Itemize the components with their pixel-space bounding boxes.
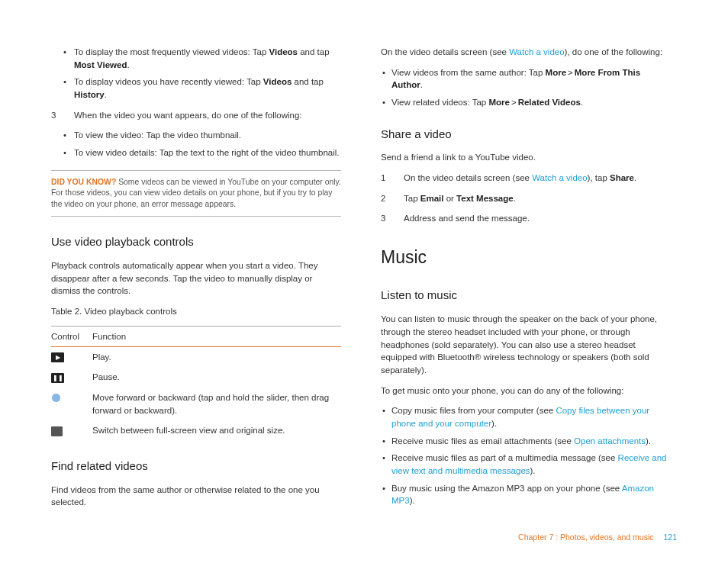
- bold-text: More: [546, 68, 566, 77]
- music-bullet-list: Copy music files from your computer (see…: [381, 404, 671, 507]
- share-step-3: 3 Address and send the message.: [381, 212, 671, 225]
- step-body: Tap Email or Text Message.: [404, 192, 671, 205]
- text: ), tap: [588, 173, 610, 182]
- share-step-1: 1 On the video details screen (see Watch…: [381, 172, 671, 185]
- step-body: Address and send the message.: [404, 212, 671, 225]
- play-icon: ▶: [51, 352, 64, 362]
- bold-text: Text Message: [456, 194, 514, 203]
- paragraph: Playback controls automatically appear w…: [51, 259, 341, 298]
- table-row: ▶ Play.: [51, 346, 341, 367]
- list-item: View videos from the same author: Tap Mo…: [391, 66, 671, 92]
- col-header-function: Function: [92, 326, 341, 346]
- paragraph: To get music onto your phone, you can do…: [381, 384, 671, 397]
- heading-share-video: Share a video: [381, 126, 671, 143]
- text: .: [420, 80, 423, 89]
- cell: Move forward or backward (tap and hold t…: [92, 388, 341, 420]
- step-number: 3: [51, 109, 59, 122]
- paragraph: On the video details screen (see Watch a…: [381, 46, 671, 59]
- paragraph: You can listen to music through the spea…: [381, 313, 671, 376]
- text: >: [511, 98, 517, 107]
- list-item: Buy music using the Amazon MP3 app on yo…: [391, 482, 671, 507]
- link-watch-video[interactable]: Watch a video: [532, 173, 587, 182]
- heading-playback-controls: Use video playback controls: [51, 233, 341, 250]
- bold-text: Email: [420, 194, 444, 203]
- bold-text: Videos: [269, 47, 298, 56]
- right-column: On the video details screen (see Watch a…: [381, 46, 671, 516]
- bold-text: Share: [610, 173, 634, 182]
- bold-text: Videos: [263, 77, 292, 86]
- page-body: To display the most frequently viewed vi…: [0, 0, 728, 516]
- list-item: Receive music files as part of a multime…: [391, 452, 671, 477]
- step-number: 2: [381, 192, 388, 205]
- text: Tap: [404, 194, 420, 203]
- text: or: [443, 194, 456, 203]
- bold-text: History: [74, 90, 105, 99]
- chapter-label: Chapter 7 : Photos, videos, and music: [518, 532, 653, 542]
- bold-text: More: [488, 98, 509, 107]
- table-row: Move forward or backward (tap and hold t…: [51, 388, 341, 420]
- did-you-know-callout: DID YOU KNOW? Some videos can be viewed …: [51, 170, 341, 217]
- text: View videos from the same author: Tap: [391, 68, 546, 77]
- text: .: [127, 60, 129, 69]
- text: ).: [530, 466, 536, 475]
- text: Receive music files as part of a multime…: [391, 453, 618, 462]
- text: .: [634, 173, 636, 182]
- step-3: 3 When the video you want appears, do on…: [51, 109, 341, 122]
- callout-lead: DID YOU KNOW?: [51, 178, 116, 186]
- text: ).: [646, 436, 651, 446]
- text: On the video details screen (see: [404, 173, 532, 182]
- list-item: Copy music files from your computer (see…: [391, 404, 671, 429]
- step3-sublist: To view the video: Tap the video thumbna…: [51, 129, 341, 159]
- text: View related videos: Tap: [391, 98, 488, 107]
- step-body: On the video details screen (see Watch a…: [404, 172, 671, 185]
- table-caption: Table 2. Video playback controls: [51, 305, 341, 318]
- left-column: To display the most frequently viewed vi…: [51, 46, 341, 516]
- col-header-control: Control: [51, 326, 92, 346]
- details-bullet-list: View videos from the same author: Tap Mo…: [381, 66, 671, 109]
- text: On the video details screen (see: [381, 47, 509, 56]
- text: Receive music files as email attachments…: [391, 436, 574, 446]
- cell: Switch between full-screen view and orig…: [92, 420, 341, 441]
- text: To display the most frequently viewed vi…: [74, 47, 269, 56]
- paragraph: Find videos from the same author or othe…: [51, 484, 341, 509]
- bold-text: Related Videos: [518, 98, 581, 107]
- paragraph: Send a friend a link to a YouTube video.: [381, 151, 671, 164]
- heading-find-related: Find related videos: [51, 458, 341, 475]
- fullscreen-icon: [51, 426, 63, 436]
- text: .: [105, 90, 107, 99]
- bold-text: Most Viewed: [74, 60, 127, 69]
- text: Copy music files from your computer (see: [391, 406, 556, 415]
- text: ).: [410, 496, 415, 505]
- slider-icon: [51, 393, 61, 403]
- cell: Pause.: [92, 367, 341, 388]
- cell: Play.: [92, 346, 341, 367]
- table-row: ❚❚ Pause.: [51, 367, 341, 388]
- text: .: [514, 194, 516, 203]
- step-body: When the video you want appears, do one …: [74, 109, 341, 122]
- link-open-attachments[interactable]: Open attachments: [574, 436, 646, 446]
- text: To display videos you have recently view…: [74, 77, 263, 86]
- heading-listen-music: Listen to music: [381, 287, 671, 304]
- page-footer: Chapter 7 : Photos, videos, and music 12…: [518, 532, 677, 542]
- share-step-2: 2 Tap Email or Text Message.: [381, 192, 671, 205]
- step-number: 3: [381, 212, 388, 225]
- list-item: To display the most frequently viewed vi…: [74, 46, 341, 71]
- table-row: Switch between full-screen view and orig…: [51, 420, 341, 441]
- text: .: [581, 98, 583, 107]
- text: and tap: [292, 77, 324, 86]
- page-number: 121: [663, 532, 677, 542]
- list-item: To view the video: Tap the video thumbna…: [74, 129, 341, 142]
- text: ), do one of the following:: [565, 47, 663, 56]
- playback-controls-table: Control Function ▶ Play. ❚❚ Pause. Move …: [51, 326, 341, 441]
- step-number: 1: [381, 172, 388, 185]
- link-watch-video[interactable]: Watch a video: [509, 47, 564, 56]
- list-item: To display videos you have recently view…: [74, 76, 341, 101]
- list-item: Receive music files as email attachments…: [391, 435, 671, 448]
- text: ).: [491, 419, 497, 428]
- list-item: To view video details: Tap the text to t…: [74, 146, 341, 159]
- pause-icon: ❚❚: [51, 373, 64, 383]
- list-item: View related videos: Tap More>Related Vi…: [391, 96, 671, 109]
- text: Buy music using the Amazon MP3 app on yo…: [391, 484, 622, 493]
- text: >: [568, 68, 573, 77]
- heading-music: Music: [381, 245, 671, 270]
